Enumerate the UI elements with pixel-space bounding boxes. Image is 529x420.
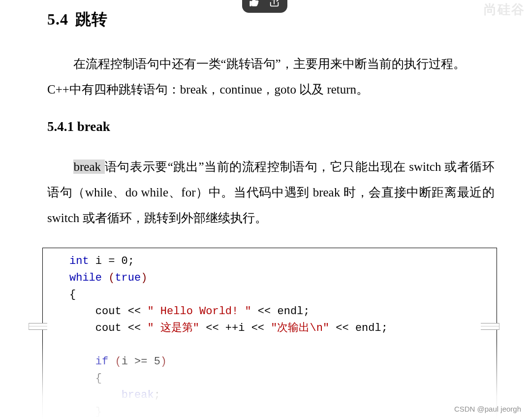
subsection-heading: 5.4.1 break — [47, 119, 495, 134]
right-margin-marker — [481, 323, 499, 330]
section-title: 跳转 — [75, 10, 108, 28]
code-block: int i = 0; while (true) { cout << " Hell… — [42, 248, 497, 420]
section-number: 5.4 — [47, 10, 68, 28]
code-line: } — [69, 404, 497, 420]
code-line: cout << " Hello World! " << endl; — [69, 303, 497, 320]
subsection-title: break — [77, 119, 110, 134]
code-line — [69, 337, 497, 354]
break-body: 语句表示要“跳出”当前的流程控制语句，它只能出现在 switch 或者循环语句（… — [47, 160, 495, 225]
top-control-bar — [242, 0, 287, 13]
code-line: while (true) — [69, 270, 497, 287]
code-line: break; — [69, 387, 497, 404]
bottom-right-watermark: CSDN @paul jeorgh — [454, 405, 521, 413]
share-icon[interactable] — [268, 0, 281, 10]
left-margin-marker — [29, 323, 47, 330]
code-line: if (i >= 5) — [69, 354, 497, 370]
subsection-number: 5.4.1 — [47, 119, 74, 134]
break-paragraph: break 语句表示要“跳出”当前的流程控制语句，它只能出现在 switch 或… — [47, 154, 495, 231]
document-page: 5.4跳转 在流程控制语句中还有一类“跳转语句”，主要用来中断当前的执行过程。 … — [47, 6, 495, 420]
highlighted-keyword: break — [73, 160, 105, 174]
code-line: int i = 0; — [69, 253, 497, 270]
code-line: cout << " 这是第" << ++i << "次输出\n" << endl… — [69, 320, 497, 337]
code-line: { — [69, 370, 497, 387]
intro-paragraph: 在流程控制语句中还有一类“跳转语句”，主要用来中断当前的执行过程。 C++中有四… — [47, 51, 495, 102]
intro-line-2: C++中有四种跳转语句：break，continue，goto 以及 retur… — [47, 83, 369, 96]
code-line: { — [69, 287, 497, 303]
intro-line-1: 在流程控制语句中还有一类“跳转语句”，主要用来中断当前的执行过程。 — [73, 57, 466, 70]
thumbs-up-icon[interactable] — [248, 0, 261, 10]
